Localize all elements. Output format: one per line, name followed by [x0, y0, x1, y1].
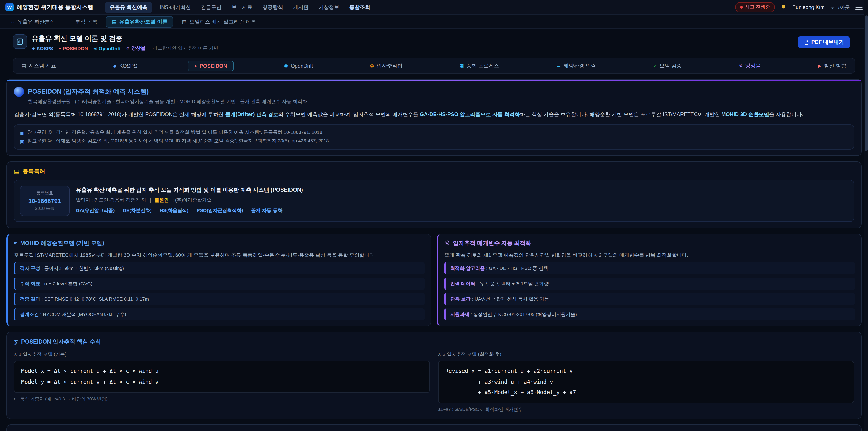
badge-kosps: ◆KOSPS — [32, 45, 53, 51]
nav-item-aerial-search[interactable]: 항공탐색 — [258, 2, 288, 13]
optimization-description: 뜰개 관측 경로와 제1 모델 예측값의 단위시간별 변화량을 비교하여 제2 … — [444, 251, 855, 259]
formula-model1-caption: c : 풍속 가중치 (예: c=0.3 → 바람의 30% 반영) — [14, 396, 430, 402]
lightning-icon: ↯ — [739, 63, 743, 68]
cloud-icon: ☁ — [556, 63, 561, 68]
top-bar: W 해양환경 위기대응 통합시스템 유출유 확산예측 HNS·대기확산 긴급구난… — [0, 0, 868, 15]
poseidon-description: 김충기·김도연 외(등록특허 10-1868791, 2018)가 개발한 PO… — [14, 110, 854, 119]
grid-icon: ▦ — [460, 63, 464, 68]
brand: W 해양환경 위기대응 통합시스템 — [5, 3, 93, 11]
tab-label: 유출유확산모델 이론 — [119, 18, 167, 25]
section-nav-ensemble[interactable]: ↯ 앙상블 — [732, 60, 768, 72]
book-icon: ▣ — [20, 137, 24, 145]
incident-status-badge[interactable]: 사고 진행중 — [735, 2, 775, 12]
top-right: 사고 진행중 Eunjeong Kim 로그아웃 — [735, 2, 863, 12]
mohid-title: ≈ MOHID 해양순환모델 (기반 모델) — [14, 239, 425, 247]
clipboard-icon: ▤ — [14, 168, 20, 175]
nav-item-reports[interactable]: 보고자료 — [227, 2, 257, 13]
book-icon: ▣ — [20, 129, 24, 137]
poseidon-orb-icon — [14, 87, 24, 97]
nav-item-oil-spill-forecast[interactable]: 유출유 확산예측 — [105, 2, 152, 13]
dot-icon: ● — [194, 63, 197, 68]
formula-model2-caption: a1~a7 : GA/DE/PSO로 최적화된 매개변수 — [438, 407, 854, 413]
formula-model2-code: Revised_x = a1·current_u + a2·current_v … — [438, 361, 854, 403]
highlight-mohid: MOHID 3D 순환모델 — [721, 112, 769, 117]
patent-meta: 발명자 : 김도연·김용혁·김충기 외 | 출원인 : (주)아라종합기술 — [76, 197, 303, 203]
formula-model1: 제1 입자추적 모델 (기본) Model_x = Δt × current_u… — [14, 351, 430, 413]
mohid-row-vertical: 수직 좌표σ + Z-level 혼합 (GVC) — [14, 278, 425, 290]
patent-number-label: 등록번호 — [23, 190, 66, 196]
overview-icon: ▤ — [22, 63, 26, 68]
tag-hs[interactable]: HS(화음탐색) — [160, 207, 188, 214]
tab-oil-fence-theory[interactable]: ▧ 오일펜스 배치 알고리즘 이론 — [176, 16, 262, 27]
page-title: 유출유 확산 모델 이론 및 검증 — [32, 34, 218, 43]
tab-label: 분석 목록 — [75, 18, 97, 25]
operations-card: ◈ POSEIDON_V2 상시 운용 체계 외부 입력 자료 HYCOM 해류… — [6, 425, 862, 431]
nav-item-emergency-rescue[interactable]: 긴급구난 — [196, 2, 226, 13]
mohid-card: ≈ MOHID 해양순환모델 (기반 모델) 포르투갈 IST/MARETEC에… — [6, 234, 431, 326]
diamond-icon: ◆ — [32, 46, 35, 51]
section-nav: ▤ 시스템 개요 ◆ KOSPS ● POSEIDON ◉ OpenDrift … — [13, 58, 855, 74]
section-nav-poseidon[interactable]: ● POSEIDON — [187, 60, 234, 71]
mohid-row-grid: 격자 구성동아시아 9km + 한반도 3km (Nesting) — [14, 262, 425, 274]
chart-icon — [13, 34, 27, 49]
section-nav-validation[interactable]: ✓ 모델 검증 — [646, 60, 688, 72]
wave-icon: ≈ — [14, 240, 17, 246]
patent-number-box: 등록번호 10-1868791 2018 등록 — [20, 186, 70, 216]
patent-year: 2018 등록 — [23, 206, 66, 211]
tab-model-theory[interactable]: ▤ 유출유확산모델 이론 — [106, 16, 174, 27]
tab-analysis-list[interactable]: ≡ 분석 목록 — [64, 16, 103, 27]
tag-drifter-assimilation[interactable]: 뜰개 자동 동화 — [251, 207, 282, 214]
optimize-row-algorithm: 최적화 알고리즘GA · DE · HS · PSO 중 선택 — [444, 262, 855, 274]
section-nav-particle-tracking[interactable]: ◎ 입자추적법 — [363, 60, 409, 72]
badge-ensemble: ↯앙상블 — [126, 45, 146, 52]
optimization-card: 입자추적 매개변수 자동 최적화 뜰개 관측 경로와 제1 모델 예측값의 단위… — [437, 234, 862, 326]
menu-hamburger-icon[interactable] — [855, 4, 863, 10]
notification-bell-icon[interactable] — [780, 4, 787, 10]
diamond-icon: ◆ — [113, 63, 116, 68]
section-nav-kosps[interactable]: ◆ KOSPS — [106, 60, 144, 71]
highlight-optimization: GA·DE·HS·PSO 알고리즘으로 자동 최적화 — [420, 112, 520, 117]
optimize-row-input: 입력 데이터유속·풍속 벡터 + 제1모델 변화량 — [444, 278, 855, 290]
poseidon-intro-card: POSEIDON (입자추적 최적화 예측 시스템) 한국해양환경연구원 · (… — [6, 79, 862, 156]
formula-model2-label: 제2 입자추적 모델 (최적화 후) — [438, 351, 854, 358]
formula-model1-code: Model_x = Δt × current_u + Δt × c × wind… — [14, 361, 430, 393]
tag-ga[interactable]: GA(유전알고리즘) — [76, 207, 115, 214]
main-content: 유출유 확산 모델 이론 및 검증 ◆KOSPS ●POSEIDON ◉Open… — [0, 29, 868, 431]
section-nav-overview[interactable]: ▤ 시스템 개요 — [15, 60, 63, 72]
formula-section-title: ∑ POSEIDON 입자추적 핵심 수식 — [14, 338, 854, 346]
poseidon-title: POSEIDON (입자추적 최적화 예측 시스템) — [28, 88, 149, 96]
tag-de[interactable]: DE(차분진화) — [123, 207, 152, 214]
section-nav-weathering[interactable]: ▦ 풍화 프로세스 — [453, 60, 506, 72]
incident-status-label: 사고 진행중 — [745, 4, 770, 10]
circle-icon: ◉ — [284, 63, 288, 68]
nav-item-weather-info[interactable]: 기상정보 — [314, 2, 344, 13]
logout-button[interactable]: 로그아웃 — [830, 4, 850, 11]
check-icon: ✓ — [653, 63, 657, 68]
section-nav-opendrift[interactable]: ◉ OpenDrift — [277, 60, 320, 71]
sigma-icon: ∑ — [14, 339, 18, 345]
lightning-icon: ↯ — [126, 46, 129, 51]
page-header: 유출유 확산 모델 이론 및 검증 ◆KOSPS ●POSEIDON ◉Open… — [6, 29, 862, 55]
nav-item-board[interactable]: 게시판 — [289, 2, 313, 13]
tag-pso[interactable]: PSO(입자군집최적화) — [197, 207, 243, 214]
patent-section-title: ▤ 등록특허 — [14, 167, 854, 175]
gear-icon — [444, 240, 450, 247]
status-dot-icon — [740, 6, 743, 8]
nav-item-hns-diffusion[interactable]: HNS·대기확산 — [153, 2, 195, 13]
patent-title: 유출유 확산 예측을 위한 입자 추적 모듈 최적화 방법 및 이를 이용한 예… — [76, 186, 303, 194]
section-nav-ocean-input[interactable]: ☁ 해양환경 입력 — [550, 60, 603, 72]
app-title: 해양환경 위기대응 통합시스템 — [17, 3, 93, 11]
nav-item-integrated-search[interactable]: 통합조회 — [345, 2, 375, 13]
document-icon: ▧ — [182, 19, 187, 25]
patent-assignee-label: 출원인 — [155, 197, 169, 203]
badge-poseidon: ●POSEIDON — [59, 45, 88, 51]
patent-number: 10-1868791 — [23, 197, 66, 204]
optimize-row-project: 지원과제행정안전부 KCG-01-2017-05 (해양경비지원기술) — [444, 308, 855, 320]
tab-spill-analysis[interactable]: ∴ 유출유 확산분석 — [5, 16, 61, 27]
pdf-export-button[interactable]: PDF 내보내기 — [798, 36, 850, 49]
section-nav-future[interactable]: ▶ 발전 방향 — [811, 60, 853, 72]
two-column-section: ≈ MOHID 해양순환모델 (기반 모델) 포르투갈 IST/MARETEC에… — [6, 234, 862, 326]
page-subtitle-note: 라그랑지안 입자추적 이론 기반 — [153, 45, 219, 52]
scrollbar-thumb[interactable] — [865, 16, 868, 151]
pdf-icon — [804, 40, 809, 45]
